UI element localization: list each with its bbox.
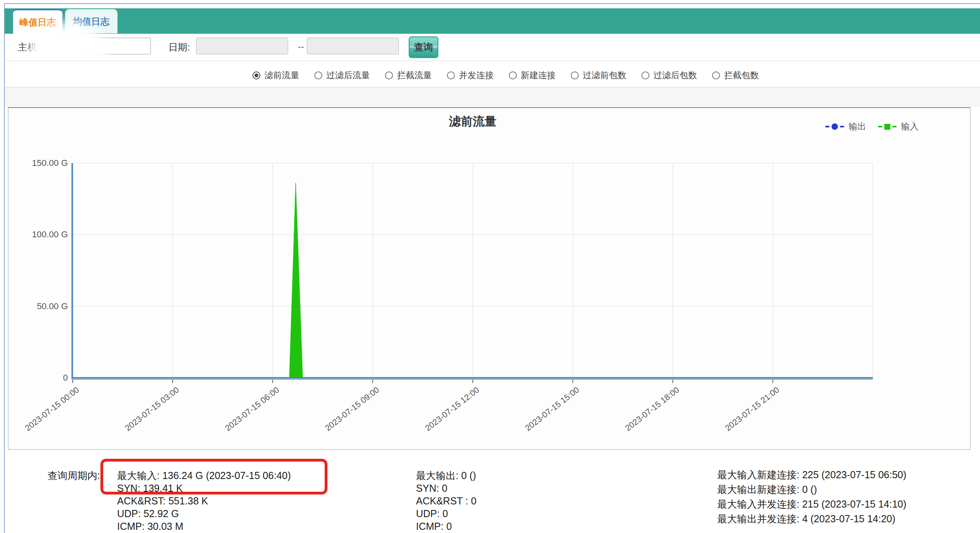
tab-bar: 峰值日志 均值日志: [5, 8, 980, 34]
summary-column-input: 最大输入: 136.24 G (2023-07-15 06:40)SYN: 13…: [117, 469, 291, 533]
summary-stat-line: 最大输入: 136.24 G (2023-07-15 06:40): [117, 469, 291, 482]
radio-label: 过滤后包数: [653, 69, 697, 81]
summary-column-output: 最大输出: 0 ()SYN: 0ACK&RST : 0UDP: 0ICMP: 0: [416, 469, 476, 533]
radio-metric-5[interactable]: 过滤前包数: [571, 69, 626, 81]
date-label: 日期:: [168, 41, 190, 54]
summary-stat-line: ICMP: 30.03 M: [117, 520, 291, 533]
tab-peak-log[interactable]: 峰值日志: [13, 9, 63, 36]
radio-metric-1[interactable]: 过滤后流量: [314, 69, 370, 81]
summary-stat-line: UDP: 52.92 G: [117, 507, 291, 520]
radio-metric-4[interactable]: 新建连接: [509, 69, 556, 81]
radio-label: 滤前流量: [264, 69, 299, 81]
radio-label: 过滤前包数: [583, 69, 626, 81]
radio-circle: [385, 71, 393, 79]
summary-column-connections: 最大输入新建连接: 225 (2023-07-15 06:50)最大输出新建连接…: [717, 468, 907, 526]
spacer-strip: [5, 87, 980, 107]
radio-metric-3[interactable]: 并发连接: [447, 69, 494, 81]
radio-circle: [509, 71, 517, 79]
divider: [4, 61, 980, 61]
query-form: 主机: 日期: -- 查询: [5, 34, 980, 61]
y-axis-tick-label: 50.00 G: [12, 301, 68, 312]
radio-label: 过滤后流量: [326, 69, 370, 81]
panel-border-top: [4, 3, 980, 4]
summary-stat-line: ICMP: 0: [416, 520, 476, 533]
date-to-input[interactable]: [307, 38, 399, 54]
radio-label: 新建连接: [521, 69, 556, 81]
radio-metric-2[interactable]: 拦截流量: [385, 69, 432, 81]
date-range-separator: --: [298, 41, 304, 52]
date-from-input[interactable]: [196, 38, 288, 54]
radio-metric-6[interactable]: 过滤后包数: [641, 69, 697, 81]
y-axis-tick-label: 150.00 G: [12, 158, 68, 168]
y-axis-tick-label: 0: [12, 373, 68, 383]
metric-radio-group: 滤前流量过滤后流量拦截流量并发连接新建连接过滤前包数过滤后包数拦截包数: [252, 66, 759, 85]
radio-circle: [641, 71, 649, 79]
summary-stat-line: 最大输出并发连接: 4 (2023-07-15 14:20): [717, 512, 907, 526]
query-button[interactable]: 查询: [409, 37, 438, 58]
summary-stat-line: 最大输出新建连接: 0 (): [717, 482, 907, 497]
radio-label: 拦截流量: [397, 69, 432, 81]
radio-circle: [712, 71, 720, 79]
radio-circle: [447, 71, 455, 79]
summary-stat-line: UDP: 0: [416, 507, 476, 520]
radio-metric-0[interactable]: 滤前流量: [252, 69, 299, 81]
summary-period-label: 查询周期内:: [48, 469, 100, 482]
radio-circle: [252, 71, 260, 79]
radio-metric-7[interactable]: 拦截包数: [712, 69, 759, 81]
summary-stat-line: 最大输出: 0 (): [416, 469, 476, 482]
chart-plot-area: [8, 108, 970, 449]
radio-circle: [571, 71, 579, 79]
radio-label: 拦截包数: [724, 69, 759, 81]
radio-circle: [314, 71, 322, 79]
tab-average-log[interactable]: 均值日志: [65, 9, 117, 33]
y-axis-tick-label: 100.00 G: [12, 229, 68, 240]
summary-stat-line: ACK&RST: 551.38 K: [117, 495, 291, 507]
panel-border-left: [4, 3, 5, 533]
host-label: 主机:: [18, 41, 40, 54]
summary-stat-line: SYN: 139.41 K: [117, 482, 291, 495]
summary-stat-line: ACK&RST : 0: [416, 495, 476, 507]
peak-log-page: 峰值日志 均值日志 主机: 日期: -- 查询 滤前流量过滤后流量拦截流量并发连…: [0, 0, 980, 533]
summary-stat-line: 最大输入新建连接: 225 (2023-07-15 06:50): [717, 468, 907, 482]
summary-stat-line: 最大输入并发连接: 215 (2023-07-15 14:10): [717, 497, 907, 512]
traffic-chart-panel: 滤前流量 输出 输入 050.00 G100.00 G150.00 G2023-…: [8, 107, 970, 450]
summary-stat-line: SYN: 0: [416, 482, 476, 495]
radio-label: 并发连接: [459, 69, 494, 81]
host-input[interactable]: [53, 38, 151, 54]
